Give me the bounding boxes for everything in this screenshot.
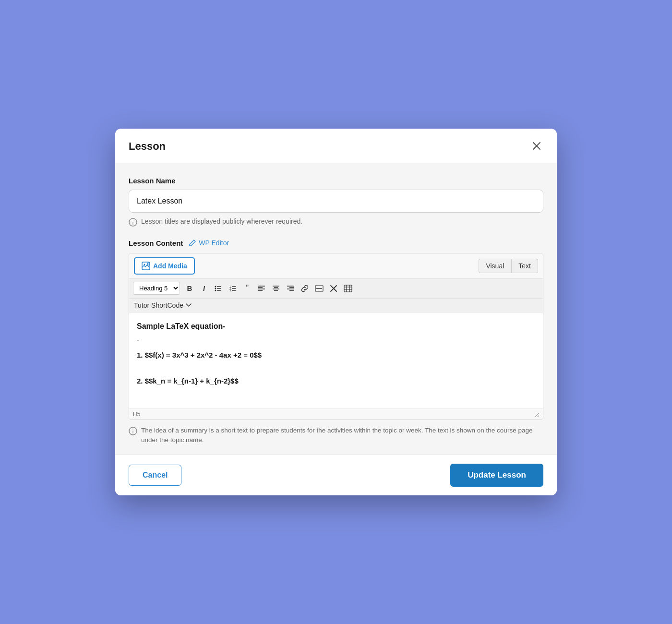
blockquote-button[interactable]: " bbox=[240, 282, 254, 295]
bold-icon: B bbox=[187, 284, 192, 292]
align-center-icon bbox=[272, 285, 280, 292]
content-line-3: 1. $$f(x) = 3x^3 + 2x^2 - 4ax +2 = 0$$ bbox=[137, 349, 535, 361]
bullet-list-button[interactable] bbox=[212, 282, 225, 295]
modal-header: Lesson bbox=[115, 129, 557, 163]
lesson-content-header: Lesson Content WP Editor bbox=[129, 239, 543, 247]
svg-point-5 bbox=[144, 264, 145, 265]
chevron-down-icon bbox=[186, 303, 192, 307]
editor-footer: H5 bbox=[129, 408, 543, 420]
svg-rect-37 bbox=[344, 285, 352, 292]
align-right-icon bbox=[287, 285, 294, 292]
cancel-button[interactable]: Cancel bbox=[129, 465, 181, 486]
modal-title: Lesson bbox=[129, 140, 166, 153]
lesson-content-label: Lesson Content bbox=[129, 239, 183, 247]
svg-point-13 bbox=[215, 289, 216, 291]
link-icon bbox=[301, 285, 309, 292]
lesson-name-hint-text: Lesson titles are displayed publicly whe… bbox=[141, 217, 302, 225]
link-button[interactable] bbox=[298, 282, 312, 295]
content-line-1: Sample LaTeX equation- bbox=[137, 320, 535, 333]
bold-button[interactable]: B bbox=[183, 282, 196, 295]
content-line-2: - bbox=[137, 334, 535, 346]
toolbar-row-1: Heading 5 B I bbox=[129, 279, 543, 299]
shortcode-button[interactable]: Tutor ShortCode bbox=[134, 301, 192, 309]
summary-info-icon: i bbox=[129, 427, 137, 435]
hr-button[interactable] bbox=[312, 282, 326, 295]
svg-text:3.: 3. bbox=[229, 289, 232, 292]
add-media-button[interactable]: Add Media bbox=[134, 257, 195, 275]
svg-point-11 bbox=[215, 288, 216, 289]
lesson-name-hint-row: i Lesson titles are displayed publicly w… bbox=[129, 217, 543, 227]
summary-hint-row: i The idea of a summary is a short text … bbox=[129, 426, 543, 445]
edit-icon bbox=[189, 239, 196, 247]
update-lesson-button[interactable]: Update Lesson bbox=[450, 464, 543, 487]
svg-text:i: i bbox=[132, 428, 133, 434]
italic-button[interactable]: I bbox=[197, 282, 211, 295]
toolbar-row-2: Tutor ShortCode bbox=[129, 299, 543, 312]
close-button[interactable] bbox=[530, 139, 543, 154]
content-line-4: 2. $$k_n = k_{n-1} + k_{n-2}$$ bbox=[137, 375, 535, 387]
add-media-icon bbox=[142, 262, 150, 270]
summary-hint-text: The idea of a summary is a short text to… bbox=[141, 426, 543, 445]
align-left-icon bbox=[258, 285, 265, 292]
add-media-label: Add Media bbox=[153, 262, 187, 270]
text-tab[interactable]: Text bbox=[511, 259, 538, 273]
view-tabs: Visual Text bbox=[479, 259, 538, 273]
modal-footer: Cancel Update Lesson bbox=[115, 455, 557, 495]
shortcode-label: Tutor ShortCode bbox=[134, 301, 183, 309]
modal-body: Lesson Name i Lesson titles are displaye… bbox=[115, 163, 557, 455]
lesson-modal: Lesson Lesson Name i Lesson titles are d… bbox=[115, 129, 557, 496]
wp-editor-link[interactable]: WP Editor bbox=[189, 239, 229, 247]
editor-content-area[interactable]: Sample LaTeX equation- - 1. $$f(x) = 3x^… bbox=[129, 312, 543, 408]
visual-tab[interactable]: Visual bbox=[479, 259, 511, 273]
svg-text:i: i bbox=[132, 219, 133, 225]
heading-select[interactable]: Heading 5 bbox=[133, 282, 180, 295]
close-icon bbox=[532, 141, 541, 151]
bullet-list-icon bbox=[215, 285, 222, 292]
info-icon: i bbox=[129, 218, 137, 227]
ordered-list-button[interactable]: 1. 2. 3. bbox=[226, 282, 240, 295]
lesson-name-input[interactable] bbox=[129, 190, 543, 213]
remove-format-button[interactable] bbox=[327, 282, 340, 295]
resize-handle[interactable] bbox=[533, 411, 539, 417]
lesson-name-label: Lesson Name bbox=[129, 177, 543, 185]
svg-point-9 bbox=[215, 286, 216, 287]
align-left-button[interactable] bbox=[255, 282, 268, 295]
italic-icon: I bbox=[203, 285, 205, 292]
wp-editor-label: WP Editor bbox=[199, 239, 229, 247]
table-icon bbox=[344, 285, 352, 292]
editor-topbar: Add Media Visual Text bbox=[129, 253, 543, 279]
table-button[interactable] bbox=[341, 282, 355, 295]
align-center-button[interactable] bbox=[269, 282, 283, 295]
remove-format-icon bbox=[330, 285, 337, 292]
editor-tag-indicator: H5 bbox=[133, 411, 140, 418]
editor-wrapper: Add Media Visual Text Heading 5 B bbox=[129, 253, 543, 420]
modal-overlay: Lesson Lesson Name i Lesson titles are d… bbox=[0, 0, 672, 624]
ordered-list-icon: 1. 2. 3. bbox=[229, 285, 237, 292]
hr-icon bbox=[315, 285, 324, 292]
align-right-button[interactable] bbox=[284, 282, 297, 295]
